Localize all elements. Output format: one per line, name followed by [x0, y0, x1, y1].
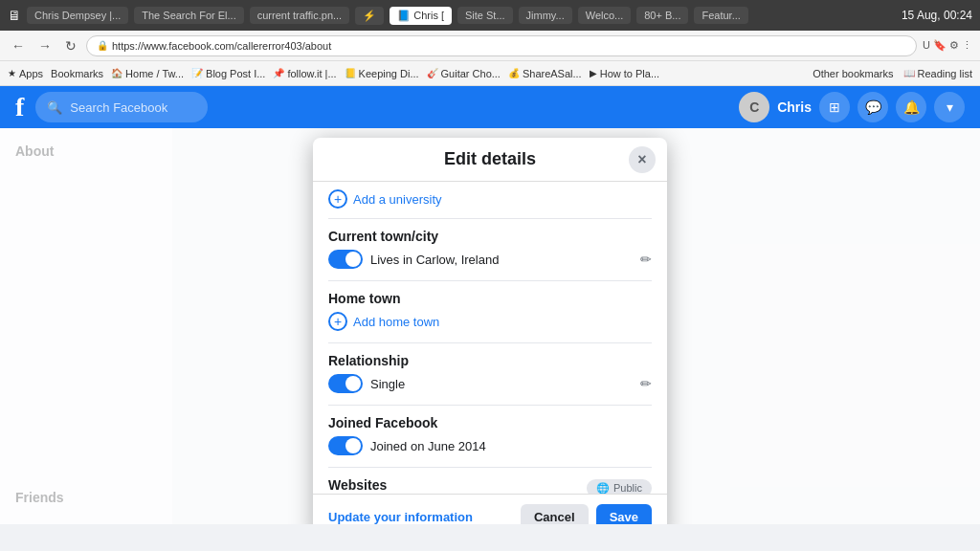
- footer-buttons: Cancel Save: [521, 504, 652, 524]
- modal-header: Edit details ×: [313, 138, 667, 182]
- bookmark-blogpost[interactable]: 📝 Blog Post I...: [191, 68, 265, 79]
- forward-button[interactable]: →: [34, 36, 56, 55]
- tab[interactable]: ⚡: [355, 7, 384, 25]
- notifications-button[interactable]: 🔔: [896, 92, 926, 122]
- tab[interactable]: Featur...: [694, 7, 747, 24]
- bookmark-keepingdi[interactable]: 📒 Keeping Di...: [345, 68, 419, 79]
- tab[interactable]: Chris Dempsey |...: [27, 7, 128, 24]
- joined-toggle-row: Joined on June 2014: [328, 436, 652, 455]
- messenger-button[interactable]: 💬: [858, 92, 888, 122]
- divider-1: [328, 218, 652, 219]
- websites-label: Websites: [328, 477, 387, 493]
- tab[interactable]: Welco...: [578, 7, 632, 24]
- relationship-section: Relationship Single ✏: [328, 353, 652, 393]
- facebook-header: f 🔍 Search Facebook C Chris ⊞ 💬 🔔 ▾: [0, 86, 980, 128]
- add-university-label: Add a university: [353, 192, 442, 207]
- websites-public-badge[interactable]: 🌐 Public: [587, 479, 652, 495]
- ext-btn[interactable]: ⚙: [949, 39, 959, 52]
- divider-3: [328, 342, 652, 343]
- current-town-edit-icon[interactable]: ✏: [640, 252, 652, 267]
- bookmark-other[interactable]: Other bookmarks: [813, 68, 893, 79]
- tab-active[interactable]: 📘 Chris [: [390, 7, 452, 25]
- back-button[interactable]: ←: [8, 36, 29, 55]
- divider-4: [328, 405, 652, 406]
- divider-2: [328, 280, 652, 281]
- bookmark-home[interactable]: 🏠 Home / Tw...: [111, 68, 184, 79]
- add-university-icon: +: [328, 189, 347, 209]
- ext-btn[interactable]: U: [923, 39, 930, 52]
- tab[interactable]: Jimmy...: [519, 7, 572, 24]
- relationship-edit-icon[interactable]: ✏: [640, 376, 652, 391]
- add-home-town-label: Add home town: [353, 315, 439, 329]
- add-home-town-link[interactable]: + Add home town: [328, 312, 652, 331]
- tab[interactable]: The Search For El...: [134, 7, 243, 24]
- browser-toolbar: ← → ↻ 🔒 https://www.facebook.com/callere…: [0, 31, 980, 61]
- bookmarks-bar: ★ Apps Bookmarks 🏠 Home / Tw... 📝 Blog P…: [0, 61, 980, 86]
- edit-details-modal: Edit details × + Add a university Curren…: [313, 138, 667, 524]
- divider-5: [328, 467, 652, 468]
- bookmark-reading[interactable]: 📖 Reading list: [903, 68, 972, 79]
- relationship-toggle[interactable]: [328, 374, 363, 393]
- page-background: About Friends Edit details × + Add a uni…: [0, 128, 980, 524]
- joined-text: Joined on June 2014: [370, 439, 486, 453]
- facebook-logo: f: [15, 92, 24, 122]
- tab[interactable]: 80+ B...: [636, 7, 688, 24]
- ext-btn[interactable]: 🔖: [933, 39, 947, 52]
- apps-icon: ★: [8, 68, 16, 78]
- joined-facebook-label: Joined Facebook: [328, 415, 652, 430]
- time-display: 15 Aug, 00:24: [902, 9, 972, 22]
- current-town-section: Current town/city Lives in Carlow, Irela…: [328, 229, 652, 269]
- tab[interactable]: Site St...: [457, 7, 513, 24]
- joined-facebook-section: Joined Facebook Joined on June 2014: [328, 415, 652, 455]
- save-button[interactable]: Save: [596, 504, 652, 524]
- websites-section: Websites 🌐 Public To feature links on yo…: [328, 477, 652, 494]
- grid-button[interactable]: ⊞: [819, 92, 850, 122]
- modal-title: Edit details: [444, 149, 536, 169]
- modal-overlay: Edit details × + Add a university Curren…: [0, 128, 980, 524]
- search-bar[interactable]: 🔍 Search Facebook: [35, 92, 208, 122]
- bookmark-guitar[interactable]: 🎸 Guitar Cho...: [427, 68, 501, 79]
- url-bar[interactable]: 🔒 https://www.facebook.com/callererror40…: [86, 35, 917, 56]
- tab[interactable]: current traffic.pn...: [250, 7, 349, 24]
- add-home-town-icon: +: [328, 312, 347, 331]
- modal-body[interactable]: + Add a university Current town/city Liv…: [313, 182, 667, 494]
- current-town-label: Current town/city: [328, 229, 652, 244]
- header-right: C Chris ⊞ 💬 🔔 ▾: [739, 92, 965, 122]
- extensions-area: U 🔖 ⚙ ⋮: [923, 39, 972, 52]
- account-button[interactable]: ▾: [934, 92, 965, 122]
- update-information-link[interactable]: Update your information: [328, 510, 473, 524]
- bookmark-bookmarks[interactable]: Bookmarks: [51, 68, 103, 79]
- bookmark-apps[interactable]: ★ Apps: [8, 68, 43, 79]
- settings-btn[interactable]: ⋮: [962, 39, 972, 52]
- bookmark-followit[interactable]: 📌 follow.it |...: [273, 68, 336, 79]
- bookmark-howtoplay[interactable]: ▶ How to Pla...: [590, 68, 659, 79]
- avatar[interactable]: C: [739, 92, 769, 122]
- relationship-label: Relationship: [328, 353, 652, 368]
- modal-footer: Update your information Cancel Save: [313, 494, 667, 524]
- reload-button[interactable]: ↻: [61, 36, 80, 55]
- relationship-text: Single: [370, 377, 405, 391]
- cancel-button[interactable]: Cancel: [521, 504, 589, 524]
- current-town-toggle-row: Lives in Carlow, Ireland ✏: [328, 250, 652, 269]
- current-town-toggle[interactable]: [328, 250, 363, 269]
- home-town-section: Home town + Add home town: [328, 291, 652, 331]
- home-town-label: Home town: [328, 291, 652, 306]
- username-label: Chris: [777, 99, 812, 115]
- bookmark-sharesal[interactable]: 💰 ShareASal...: [508, 68, 582, 79]
- current-town-text: Lives in Carlow, Ireland: [370, 253, 499, 267]
- relationship-toggle-row: Single ✏: [328, 374, 652, 393]
- close-button[interactable]: ×: [629, 146, 656, 173]
- joined-toggle[interactable]: [328, 436, 363, 455]
- browser-titlebar: 🖥 Chris Dempsey |... The Search For El..…: [0, 0, 980, 31]
- search-icon: 🔍: [47, 100, 62, 115]
- add-university-row[interactable]: + Add a university: [328, 189, 652, 209]
- globe-icon: 🌐: [596, 482, 610, 495]
